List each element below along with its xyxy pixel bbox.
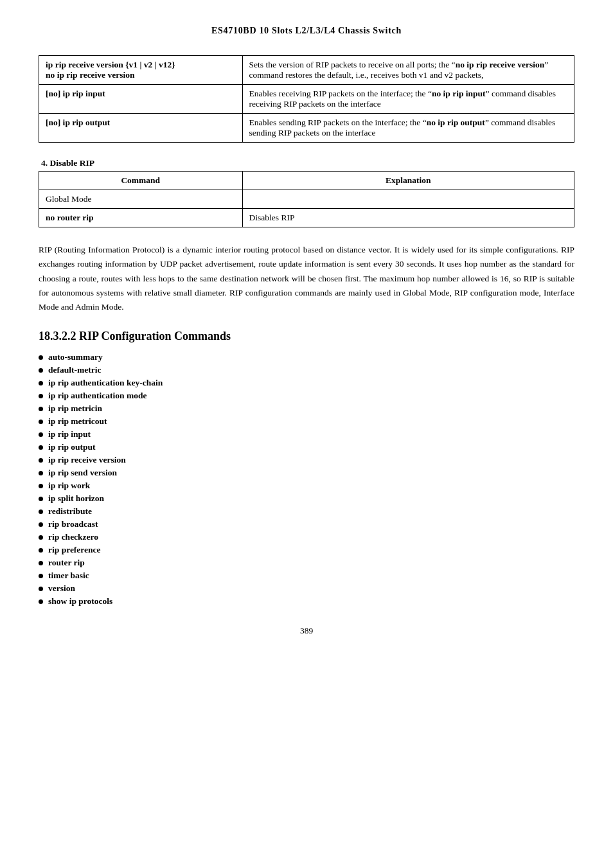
list-item: ip split horizon (39, 493, 574, 504)
desc-ip-rip-input: Enables receiving RIP packets on the int… (242, 85, 574, 114)
list-item-label: ip rip metricin (48, 403, 102, 414)
bullet-dot (39, 548, 43, 553)
table-row: [no] ip rip output Enables sending RIP p… (39, 114, 574, 143)
list-item-label: ip rip work (48, 481, 90, 491)
page-number: 389 (39, 626, 574, 636)
paragraph-text: RIP (Routing Information Protocol) is a … (39, 245, 574, 312)
rip-commands-list: auto-summary default-metric ip rip authe… (39, 352, 574, 607)
bullet-dot (39, 445, 43, 450)
bullet-dot (39, 381, 43, 385)
bullet-dot (39, 587, 43, 591)
list-item-label: rip preference (48, 545, 101, 555)
col-command: Command (39, 172, 243, 190)
table-disable-rip: Command Explanation Global Mode no route… (39, 171, 574, 227)
bullet-dot (39, 574, 43, 578)
bullet-dot (39, 497, 43, 501)
list-item: rip preference (39, 545, 574, 555)
table-row: ip rip receive version {v1 | v2 | v12} n… (39, 56, 574, 85)
cmd-no-ip-rip-input: [no] ip rip input (46, 89, 105, 98)
desc-ip-rip-output: Enables sending RIP packets on the inter… (242, 114, 574, 143)
bullet-dot (39, 432, 43, 437)
page-header: ES4710BD 10 Slots L2/L3/L4 Chassis Switc… (39, 26, 574, 36)
list-item-label: auto-summary (48, 352, 103, 362)
section-4-title: 4. Disable RIP (39, 158, 574, 168)
bullet-dot (39, 355, 43, 360)
list-item-label: version (48, 583, 75, 594)
list-item-label: rip checkzero (48, 532, 98, 542)
col-explanation: Explanation (242, 172, 574, 190)
table-row: Global Mode (39, 190, 574, 209)
list-item: auto-summary (39, 352, 574, 362)
table-receive-version: ip rip receive version {v1 | v2 | v12} n… (39, 55, 574, 143)
section-heading-rip-config: 18.3.2.2 RIP Configuration Commands (39, 330, 574, 343)
bullet-dot (39, 599, 43, 604)
list-item: ip rip input (39, 429, 574, 439)
section-4: 4. Disable RIP Command Explanation Globa… (39, 158, 574, 227)
list-item: ip rip output (39, 442, 574, 452)
list-item: ip rip metricout (39, 416, 574, 427)
bullet-dot (39, 420, 43, 424)
list-item-label: ip rip authentication key-chain (48, 378, 163, 388)
bullet-dot (39, 509, 43, 514)
table-row: [no] ip rip input Enables receiving RIP … (39, 85, 574, 114)
list-item: version (39, 583, 574, 594)
cmd-no-ip-rip-output: [no] ip rip output (46, 118, 110, 127)
desc-no-router-rip: Disables RIP (242, 209, 574, 227)
bullet-dot (39, 368, 43, 373)
list-item: show ip protocols (39, 596, 574, 607)
list-item-label: timer basic (48, 571, 89, 581)
bullet-dot (39, 458, 43, 463)
header-title: ES4710BD 10 Slots L2/L3/L4 Chassis Switc… (211, 26, 402, 35)
bullet-dot (39, 535, 43, 540)
global-mode-desc (242, 190, 574, 209)
list-item: default-metric (39, 365, 574, 375)
table-header-row: Command Explanation (39, 172, 574, 190)
list-item-label: ip rip output (48, 442, 96, 452)
table-row: no router rip Disables RIP (39, 209, 574, 227)
list-item-label: show ip protocols (48, 596, 112, 607)
list-item-label: ip rip send version (48, 468, 117, 478)
list-item: ip rip metricin (39, 403, 574, 414)
cmd-ip-rip-receive: ip rip receive version {v1 | v2 | v12} (46, 60, 175, 69)
list-item: router rip (39, 558, 574, 568)
list-item-label: ip rip metricout (48, 416, 107, 427)
desc-ip-rip-receive: Sets the version of RIP packets to recei… (242, 56, 574, 85)
list-item: ip rip authentication mode (39, 391, 574, 401)
list-item: ip rip authentication key-chain (39, 378, 574, 388)
list-item-label: rip broadcast (48, 519, 98, 529)
list-item-label: router rip (48, 558, 85, 568)
list-item: timer basic (39, 571, 574, 581)
bullet-dot (39, 394, 43, 398)
bullet-dot (39, 484, 43, 488)
list-item: rip checkzero (39, 532, 574, 542)
list-item-label: ip rip receive version (48, 455, 126, 465)
list-item-label: ip rip authentication mode (48, 391, 147, 401)
list-item: ip rip send version (39, 468, 574, 478)
list-item-label: ip split horizon (48, 493, 104, 504)
list-item: rip broadcast (39, 519, 574, 529)
bullet-dot (39, 471, 43, 475)
list-item-label: default-metric (48, 365, 101, 375)
bullet-dot (39, 561, 43, 565)
list-item-label: ip rip input (48, 429, 91, 439)
rip-description-paragraph: RIP (Routing Information Protocol) is a … (39, 243, 574, 314)
list-item-label: redistribute (48, 506, 92, 517)
list-item: ip rip receive version (39, 455, 574, 465)
list-item: ip rip work (39, 481, 574, 491)
cmd-no-ip-rip-receive: no ip rip receive version (46, 70, 134, 80)
cmd-no-router-rip: no router rip (39, 209, 243, 227)
bullet-dot (39, 407, 43, 411)
bullet-dot (39, 522, 43, 527)
global-mode-label: Global Mode (39, 190, 243, 209)
list-item: redistribute (39, 506, 574, 517)
